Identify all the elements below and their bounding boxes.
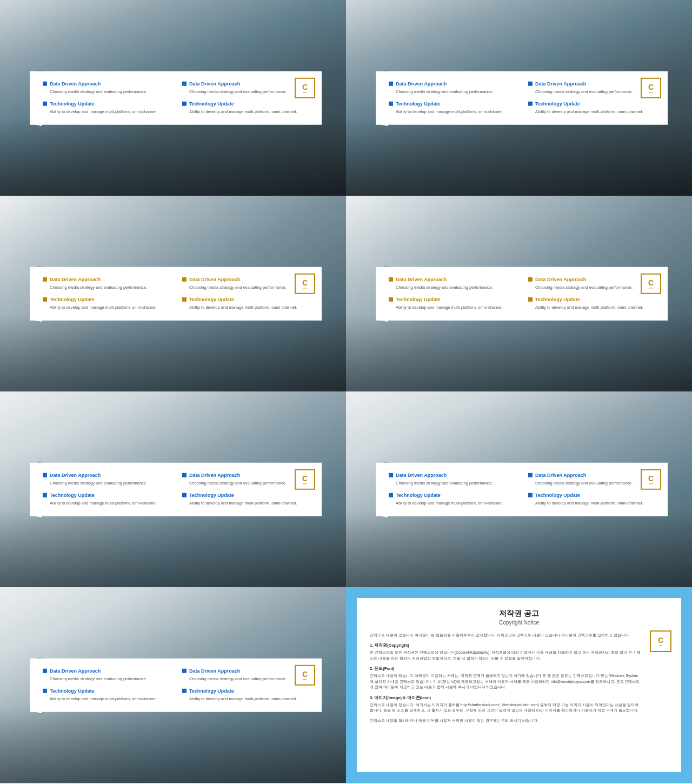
copyright-card: 저작권 공고 Copyright Notice 긴텍스트 내용이 있습니다 여러… xyxy=(357,598,681,772)
card-section-4: Technology Update Ability to develop and… xyxy=(178,297,313,310)
section-title: Technology Update xyxy=(182,297,309,302)
bullet-icon xyxy=(528,82,533,86)
title-text: Data Driven Approach xyxy=(189,277,240,282)
title-text: Technology Update xyxy=(535,101,580,107)
title-text: Technology Update xyxy=(189,493,234,498)
copyright-logo: C ●●● xyxy=(650,630,671,652)
section-text: Ability to develop and manage multi-plat… xyxy=(535,304,655,310)
slide-2: Research C ●●● Data Driven Approach Choo… xyxy=(346,0,692,196)
section-text: Ability to develop and manage multi-plat… xyxy=(50,696,169,702)
title-text: Technology Update xyxy=(50,297,95,302)
copyright-section-title-1: 1. 저작권(Copyright) xyxy=(370,642,668,649)
card-section-1: Data Driven Approach Choosing media stra… xyxy=(38,81,174,95)
section-text: Choosing media strategy and evaluating p… xyxy=(189,284,309,290)
section-text: Ability to develop and manage multi-plat… xyxy=(535,109,655,115)
section-title-1: Data Driven Approach xyxy=(43,81,169,87)
bullet-icon xyxy=(528,493,533,497)
section-title: Data Driven Approach xyxy=(389,277,515,282)
section-text: Choosing media strategy and evaluating p… xyxy=(396,89,515,95)
copyright-body: 긴텍스트 내용이 있습니다 여러분이 본 템플릿을 사용해주셔서 감사합니다. … xyxy=(370,632,668,723)
slide-1: Research C ●●● Data Driven Approach Choo… xyxy=(0,0,346,196)
bullet-icon xyxy=(528,102,533,106)
section-text: Ability to develop and manage multi-plat… xyxy=(189,696,309,702)
section-title: Technology Update xyxy=(43,297,169,302)
title-text: Data Driven Approach xyxy=(189,668,240,674)
logo-letter: C xyxy=(648,83,654,90)
card-section-2: Data Driven Approach Choosing media stra… xyxy=(524,277,659,290)
section-title: Technology Update xyxy=(528,297,655,302)
card-section-4: Technology Update Ability to develop and… xyxy=(524,493,659,506)
section-title: Data Driven Approach xyxy=(389,81,515,87)
section-title: Data Driven Approach xyxy=(528,473,655,478)
section-text-3: Ability to develop and manage multi-plat… xyxy=(50,109,169,115)
bullet-icon xyxy=(43,473,47,477)
content-card: C ●●● Data Driven Approach Choosing medi… xyxy=(376,71,668,125)
logo-letter: C xyxy=(302,278,308,286)
bullet-icon-4 xyxy=(182,102,187,106)
card-section-2: Data Driven Approach Choosing media stra… xyxy=(524,473,659,486)
section-title: Technology Update xyxy=(389,297,515,302)
section-text: Ability to develop and manage multi-plat… xyxy=(396,109,515,115)
bullet-icon xyxy=(528,277,533,282)
card-logo: C ●●● xyxy=(641,274,661,294)
card-section-4: Technology Update Ability to develop and… xyxy=(524,101,659,115)
section-title: Technology Update xyxy=(389,101,515,107)
section-text: Choosing media strategy and evaluating p… xyxy=(396,480,515,486)
section-title-4: Technology Update xyxy=(182,101,309,107)
title-text: Technology Update xyxy=(189,297,234,302)
section-title: Technology Update xyxy=(182,688,309,694)
copyright-title-en: Copyright Notice xyxy=(370,620,668,626)
section-title: Technology Update xyxy=(389,493,515,498)
copyright-section-title-3: 3. 이미지(Image) & 아이콘(Icon) xyxy=(370,695,668,701)
section-title-2: Data Driven Approach xyxy=(182,81,309,87)
card-logo: C ●●● xyxy=(295,665,315,686)
bullet-icon xyxy=(389,82,393,86)
copyright-section-text-1: 본 긴텍스트의 모든 저작권은 긴텍스트에 있습니다(Content4U(sal… xyxy=(370,650,668,661)
bullet-icon xyxy=(528,473,533,477)
card-logo: C ●●● xyxy=(641,78,661,98)
section-text: Ability to develop and manage multi-plat… xyxy=(396,304,515,310)
card-section-3: Technology Update Ability to develop and… xyxy=(38,297,174,310)
content-card: C ●●● Data Driven Approach Choosing medi… xyxy=(376,463,668,516)
section-title: Data Driven Approach xyxy=(182,473,309,478)
bullet-icon xyxy=(389,493,393,497)
section-title: Data Driven Approach xyxy=(389,473,515,478)
bullet-icon xyxy=(182,493,187,497)
section-text-4: Ability to develop and manage multi-plat… xyxy=(189,109,309,115)
title-text: Data Driven Approach xyxy=(50,473,101,478)
copyright-section-text-3: 긴텍스트 내용이 있습니다. 여기서는 이미지의 출처를 http://shut… xyxy=(370,702,668,714)
card-logo: C ●●● xyxy=(295,78,315,98)
slide-4: Research C ●●● Data Driven Approach Choo… xyxy=(346,196,692,391)
copyright-logo-subtext: ●●● xyxy=(658,644,662,647)
card-section-4: Technology Update Ability to develop and… xyxy=(178,493,313,506)
bullet-icon xyxy=(389,102,393,106)
bullet-icon xyxy=(182,277,187,282)
title-text: Technology Update xyxy=(396,297,441,302)
card-section-2: Data Driven Approach Choosing media stra… xyxy=(178,473,313,486)
logo-letter: C xyxy=(302,670,308,677)
logo-subtext: ●●● xyxy=(649,286,654,289)
bullet-icon xyxy=(182,473,187,477)
card-section-1: Data Driven Approach Choosing media stra… xyxy=(38,277,174,290)
title-text: Data Driven Approach xyxy=(396,277,447,282)
card-logo: C ●●● xyxy=(641,469,661,490)
card-section-2: Data Driven Approach Choosing media stra… xyxy=(178,81,313,95)
card-section-2: Data Driven Approach Choosing media stra… xyxy=(178,277,313,290)
bullet-icon xyxy=(389,297,393,302)
title-text-4: Technology Update xyxy=(189,101,234,107)
logo-subtext: ●●● xyxy=(303,482,308,484)
content-card: C ●●● Data Driven Approach Choosing medi… xyxy=(30,71,322,125)
section-text-1: Choosing media strategy and evaluating p… xyxy=(50,89,169,95)
section-title: Technology Update xyxy=(43,493,169,498)
card-section-3: Technology Update Ability to develop and… xyxy=(38,101,174,115)
section-title: Technology Update xyxy=(182,493,309,498)
logo-subtext: ●●● xyxy=(303,677,308,680)
title-text: Technology Update xyxy=(396,101,441,107)
bullet-icon xyxy=(43,689,47,693)
logo-subtext: ●●● xyxy=(303,286,308,289)
card-section-3: Technology Update Ability to develop and… xyxy=(38,688,174,702)
bullet-icon xyxy=(43,277,47,282)
bullet-icon xyxy=(182,689,187,693)
title-text: Technology Update xyxy=(50,688,95,694)
title-text: Data Driven Approach xyxy=(189,473,240,478)
